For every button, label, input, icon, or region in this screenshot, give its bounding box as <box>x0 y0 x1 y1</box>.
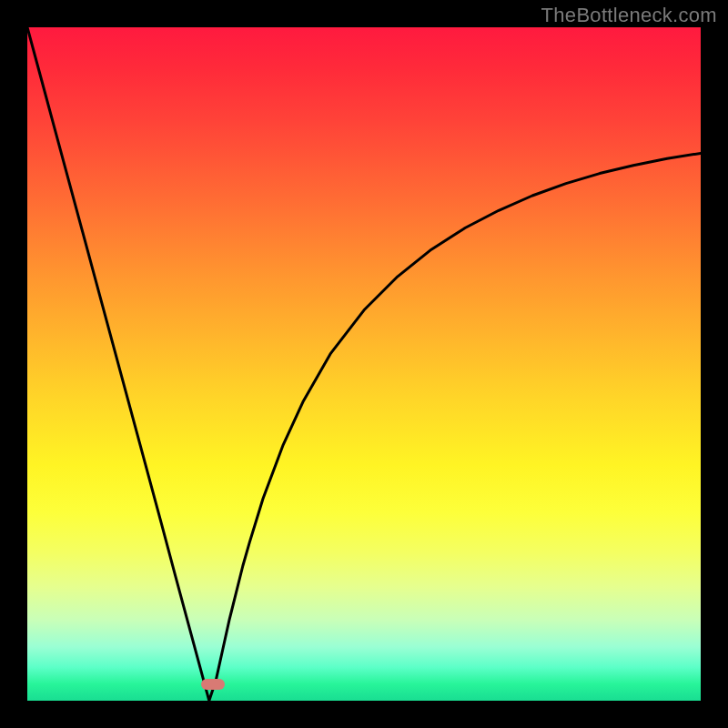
watermark-text: TheBottleneck.com <box>541 4 717 27</box>
plot-area <box>27 27 701 701</box>
bottleneck-curve <box>27 27 701 701</box>
chart-frame: TheBottleneck.com <box>0 0 728 728</box>
minimum-marker <box>201 679 225 690</box>
